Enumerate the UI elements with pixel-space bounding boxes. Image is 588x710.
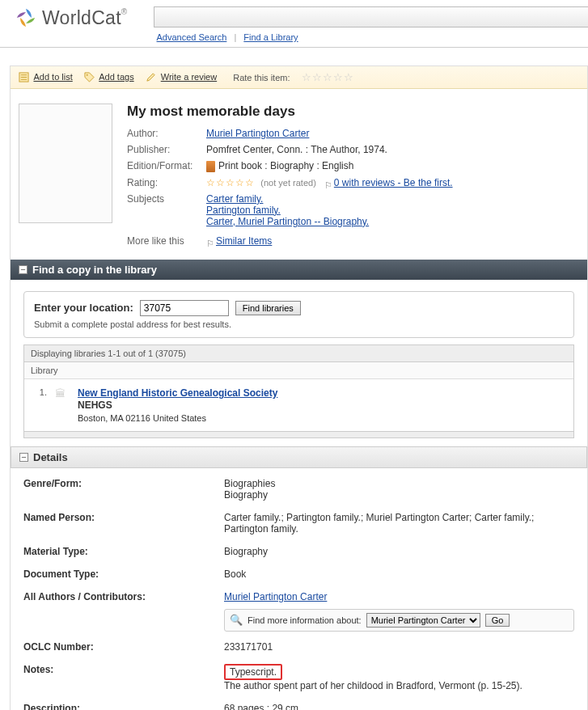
header: WorldCat® Advanced Search | Find a Libra… xyxy=(0,0,588,48)
find-libraries-button[interactable]: Find libraries xyxy=(235,301,301,315)
search-area: Advanced Search | Find a Library xyxy=(154,6,588,47)
similar-items-link[interactable]: Similar Items xyxy=(216,235,272,247)
library-address: Boston, MA 02116 United States xyxy=(78,413,277,423)
add-to-list[interactable]: Add to list xyxy=(19,72,73,83)
go-button[interactable]: Go xyxy=(485,614,510,627)
named-person-value: Carter family.; Partington family.; Muri… xyxy=(224,512,574,535)
tag-icon xyxy=(84,72,95,82)
oclc-label: OCLC Number: xyxy=(23,641,224,653)
book-icon xyxy=(206,161,215,172)
genre-label: Genre/Form: xyxy=(23,478,224,501)
collapse-icon[interactable]: − xyxy=(19,265,27,274)
item-summary: My most memorable days Author: Muriel Pa… xyxy=(11,89,587,260)
find-library-link[interactable]: Find a Library xyxy=(243,32,298,42)
subjects-label: Subjects xyxy=(127,193,206,227)
main-content: Add to list Add tags Write a review Rate… xyxy=(10,66,588,710)
add-tags[interactable]: Add tags xyxy=(84,72,134,83)
find-more-box: 🔍 Find more information about: Muriel Pa… xyxy=(224,609,574,632)
item-title: My most memorable days xyxy=(127,104,453,120)
search-links: Advanced Search | Find a Library xyxy=(154,27,588,47)
details-section-header[interactable]: − Details xyxy=(11,446,587,468)
search-icon: 🔍 xyxy=(230,614,243,626)
rating-stars: ☆☆☆☆☆ xyxy=(206,177,255,188)
library-column-header: Library xyxy=(24,362,573,379)
location-label: Enter your location: xyxy=(34,302,133,314)
material-type-value: Biography xyxy=(224,546,268,557)
search-input[interactable] xyxy=(154,6,588,27)
description-label: Description: xyxy=(23,703,224,710)
cover-image xyxy=(19,104,112,223)
subject-link[interactable]: Carter, Muriel Partington -- Biography. xyxy=(206,216,369,227)
all-authors-label: All Authors / Contributors: xyxy=(23,591,224,602)
publisher-value: Pomfret Center, Conn. : The Author, 1974… xyxy=(206,144,387,155)
find-more-label: Find more information about: xyxy=(247,615,362,625)
worldcat-logo-icon xyxy=(15,6,37,29)
oclc-value: 233171701 xyxy=(224,641,273,653)
format-label: Edition/Format: xyxy=(127,160,206,172)
details-body: Genre/Form: Biographies Biography Named … xyxy=(11,468,587,710)
rating-label: Rating: xyxy=(127,177,206,188)
list-icon xyxy=(19,72,29,82)
notes-value: Typescript. The author spent part of her… xyxy=(224,664,522,691)
logo[interactable]: WorldCat® xyxy=(15,6,128,29)
description-value: 68 pages ; 29 cm xyxy=(224,703,298,710)
author-label: Author: xyxy=(127,128,206,139)
svg-point-4 xyxy=(87,74,88,76)
advanced-search-link[interactable]: Advanced Search xyxy=(157,32,227,42)
library-name-link[interactable]: New England Historic Genealogical Societ… xyxy=(78,387,277,399)
collapse-icon[interactable]: − xyxy=(19,453,28,462)
notes-highlight: Typescript. xyxy=(224,664,282,680)
write-review[interactable]: Write a review xyxy=(146,72,218,83)
flag-icon xyxy=(206,238,214,246)
reviews-link[interactable]: 0 with reviews - Be the first. xyxy=(334,177,453,188)
location-hint: Submit a complete postal address for bes… xyxy=(34,319,564,329)
more-like-label: More like this xyxy=(127,235,206,247)
rating-text: (not yet rated) xyxy=(260,178,315,188)
library-num: 1. xyxy=(31,387,47,423)
library-icon xyxy=(55,387,70,423)
library-code: NEHGS xyxy=(78,399,277,411)
find-more-select[interactable]: Muriel Partington Carter xyxy=(366,613,480,628)
library-finder: Enter your location: Find libraries Subm… xyxy=(11,280,587,446)
genre-value: Biographies Biography xyxy=(224,478,275,501)
publisher-label: Publisher: xyxy=(127,144,206,155)
format-value: Print book : Biography : English xyxy=(206,160,353,172)
rate-label: Rate this item: xyxy=(233,73,290,82)
displaying-text: Displaying libraries 1-1 out of 1 (37075… xyxy=(24,345,573,362)
library-section-header[interactable]: − Find a copy in the library xyxy=(11,260,587,280)
rate-stars[interactable]: ☆☆☆☆☆ xyxy=(302,71,354,83)
pencil-icon xyxy=(146,72,156,82)
action-bar: Add to list Add tags Write a review Rate… xyxy=(11,66,587,89)
library-row: 1. New England Historic Genealogical Soc… xyxy=(24,379,573,431)
document-type-label: Document Type: xyxy=(23,568,224,580)
author-link[interactable]: Muriel Partington Carter xyxy=(206,128,309,139)
notes-label: Notes: xyxy=(23,664,224,691)
flag-icon xyxy=(324,180,332,188)
all-authors-link[interactable]: Muriel Partington Carter xyxy=(224,591,327,602)
document-type-value: Book xyxy=(224,568,246,580)
logo-text: WorldCat® xyxy=(42,7,128,29)
material-type-label: Material Type: xyxy=(23,546,224,557)
location-input[interactable] xyxy=(140,300,229,316)
named-person-label: Named Person: xyxy=(23,512,224,535)
subject-link[interactable]: Partington family. xyxy=(206,205,281,216)
subject-link[interactable]: Carter family. xyxy=(206,193,263,205)
